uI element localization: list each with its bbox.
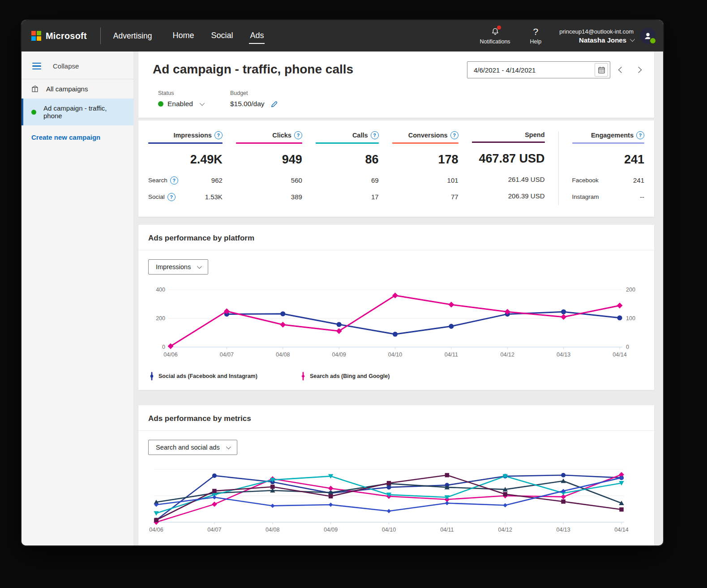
status-label: Status bbox=[158, 90, 203, 96]
help-label: Help bbox=[530, 39, 542, 45]
user-email: princeup14@outlook-int.com bbox=[559, 28, 634, 35]
svg-text:0: 0 bbox=[626, 344, 629, 350]
metric-total: 241 bbox=[572, 153, 645, 167]
nav-tab-social[interactable]: Social bbox=[210, 28, 234, 44]
metric-subrow-value: 101 bbox=[392, 176, 458, 184]
metric-subrow: 389 bbox=[236, 189, 302, 205]
notification-badge bbox=[497, 26, 501, 30]
svg-text:04/09: 04/09 bbox=[324, 527, 338, 533]
metric-subrow: 101 bbox=[392, 172, 458, 189]
nav-tab-ads[interactable]: Ads bbox=[249, 28, 265, 44]
calendar-button[interactable] bbox=[595, 63, 608, 77]
notifications-button[interactable]: Notifications bbox=[480, 27, 510, 45]
chart-legend: Social ads (Facebook and Instagram)Searc… bbox=[138, 367, 654, 390]
metric-underline bbox=[472, 142, 545, 143]
metric-total: 949 bbox=[236, 153, 302, 167]
budget-label: Budget bbox=[230, 90, 278, 96]
status-enabled-dot-icon bbox=[158, 101, 163, 107]
metric-subrow: 206.39 USD bbox=[472, 188, 545, 204]
legend-label: Search ads (Bing and Google) bbox=[310, 373, 390, 379]
sidebar-item-all-campaigns[interactable]: All campaigns bbox=[21, 79, 133, 99]
help-icon[interactable]: ? bbox=[294, 131, 302, 139]
svg-text:200: 200 bbox=[626, 287, 635, 293]
svg-text:200: 200 bbox=[156, 315, 165, 322]
help-button[interactable]: ? Help bbox=[530, 27, 542, 45]
status-value: Enabled bbox=[167, 100, 193, 108]
help-icon[interactable]: ? bbox=[214, 131, 223, 139]
metric-subrow: 17 bbox=[316, 189, 379, 205]
legend-marker-icon bbox=[149, 371, 154, 381]
svg-text:04/14: 04/14 bbox=[614, 527, 628, 533]
metric-underline bbox=[236, 142, 302, 144]
help-icon[interactable]: ? bbox=[167, 193, 176, 201]
svg-text:04/12: 04/12 bbox=[498, 527, 512, 533]
platform-line-chart: 04/0604/0704/0804/0904/1004/1104/1204/13… bbox=[148, 282, 646, 365]
calendar-icon bbox=[598, 66, 605, 74]
metric-subrow: 560 bbox=[236, 172, 302, 189]
metric-subrow-value: 77 bbox=[392, 193, 458, 201]
metric-total: 467.87 USD bbox=[472, 152, 545, 166]
metrics-summary-card: Impressions?2.49KSearch?962Social?1.53KC… bbox=[138, 120, 654, 217]
metric-subrow-label: Search? bbox=[148, 176, 178, 185]
svg-text:04/08: 04/08 bbox=[266, 527, 279, 533]
edit-pencil-icon[interactable] bbox=[270, 100, 278, 108]
page-title: Ad campaign - traffic, phone calls bbox=[153, 62, 353, 77]
metric-subrow: Instagram-- bbox=[572, 189, 645, 205]
platform-select-dropdown[interactable]: Search and social ads bbox=[148, 440, 237, 455]
help-icon[interactable]: ? bbox=[450, 131, 458, 139]
legend-item-search-ads-bing-and-google[interactable]: Search ads (Bing and Google) bbox=[300, 371, 390, 381]
sidebar-item-label: Ad campaign - traffic, phone bbox=[43, 104, 126, 120]
metric-subrow-value: 17 bbox=[316, 193, 379, 201]
budget-value: $15.00/day bbox=[230, 100, 265, 108]
svg-text:0: 0 bbox=[162, 344, 165, 350]
svg-text:04/10: 04/10 bbox=[382, 527, 396, 533]
previous-date-range-button[interactable] bbox=[616, 63, 627, 77]
hamburger-icon bbox=[32, 63, 41, 69]
top-nav: Home Social Ads bbox=[171, 20, 265, 52]
next-date-range-button[interactable] bbox=[633, 63, 644, 77]
metric-underline bbox=[392, 142, 458, 144]
status-dropdown[interactable]: Enabled bbox=[158, 100, 203, 108]
metric-subrow-value: -- bbox=[599, 193, 644, 201]
presence-dot bbox=[649, 37, 656, 44]
metric-label: Conversions bbox=[408, 132, 448, 139]
help-icon[interactable]: ? bbox=[170, 176, 178, 185]
svg-text:04/06: 04/06 bbox=[149, 527, 163, 533]
create-new-campaign-link[interactable]: Create new campaign bbox=[21, 125, 133, 149]
date-controls bbox=[467, 61, 644, 78]
campaigns-icon bbox=[31, 85, 39, 93]
collapse-button[interactable]: Collapse bbox=[21, 52, 133, 79]
chevron-down-icon bbox=[197, 264, 202, 269]
user-name: Natasha Jones bbox=[579, 36, 626, 44]
chevron-down-icon bbox=[200, 101, 205, 106]
metric-column-impressions: Impressions?2.49KSearch?962Social?1.53K bbox=[148, 131, 223, 205]
legend-marker-icon bbox=[300, 371, 306, 381]
top-bar: Microsoft Advertising Home Social Ads No… bbox=[21, 20, 663, 52]
sidebar-item-label: All campaigns bbox=[46, 85, 88, 93]
help-icon[interactable]: ? bbox=[636, 131, 644, 139]
svg-text:04/11: 04/11 bbox=[440, 527, 454, 533]
legend-label: Social ads (Facebook and Instagram) bbox=[159, 373, 257, 379]
nav-tab-home[interactable]: Home bbox=[171, 28, 195, 44]
date-range-input[interactable] bbox=[473, 66, 573, 74]
help-icon[interactable]: ? bbox=[371, 131, 379, 139]
metrics-line-chart: 04/0604/0704/0804/0904/1004/1104/1204/13… bbox=[148, 462, 646, 541]
account-menu[interactable]: princeup14@outlook-int.com Natasha Jones bbox=[559, 28, 634, 44]
svg-text:04/06: 04/06 bbox=[163, 352, 177, 358]
svg-text:04/07: 04/07 bbox=[207, 527, 221, 533]
app-window: Microsoft Advertising Home Social Ads No… bbox=[21, 20, 663, 545]
metric-total: 86 bbox=[316, 153, 379, 167]
sidebar-item-current-campaign[interactable]: Ad campaign - traffic, phone bbox=[21, 99, 133, 125]
avatar[interactable] bbox=[640, 28, 656, 44]
metric-subrow-label: Instagram bbox=[572, 193, 599, 200]
metric-select-dropdown[interactable]: Impressions bbox=[148, 259, 208, 275]
sidebar: Collapse All campaigns Ad campaign - tra… bbox=[21, 52, 134, 545]
date-range-field[interactable] bbox=[467, 61, 610, 78]
svg-text:04/14: 04/14 bbox=[613, 352, 626, 358]
budget-block: Budget $15.00/day bbox=[230, 90, 278, 108]
metric-subrow-label: Social? bbox=[148, 193, 176, 201]
legend-item-social-ads-facebook-and-instagram[interactable]: Social ads (Facebook and Instagram) bbox=[149, 371, 257, 381]
metrics-grid: Impressions?2.49KSearch?962Social?1.53KC… bbox=[148, 131, 644, 205]
metric-subrow-value: 241 bbox=[599, 176, 644, 184]
svg-text:400: 400 bbox=[156, 287, 165, 293]
